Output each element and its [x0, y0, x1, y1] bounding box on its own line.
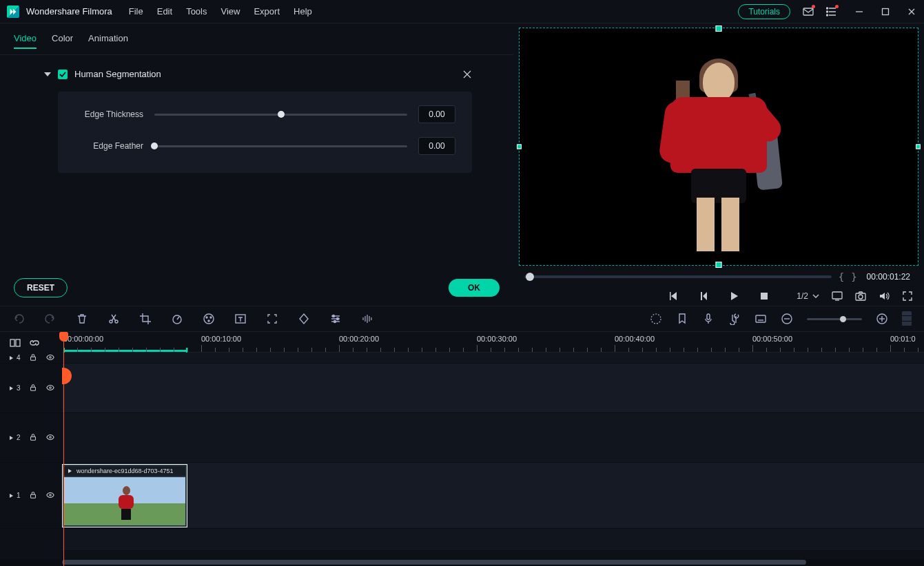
- playhead[interactable]: [63, 332, 64, 566]
- tab-video[interactable]: Video: [14, 33, 37, 49]
- mark-in-button[interactable]: {: [839, 271, 844, 282]
- zoom-in-icon[interactable]: [876, 313, 888, 325]
- mixer-icon[interactable]: [728, 313, 741, 325]
- tab-animation[interactable]: Animation: [88, 33, 128, 49]
- prev-frame-button[interactable]: [698, 291, 709, 302]
- svg-point-6: [827, 14, 828, 16]
- eye-icon[interactable]: [45, 491, 55, 501]
- crop-icon[interactable]: [139, 313, 152, 325]
- zoom-out-icon[interactable]: [781, 313, 793, 325]
- fullscreen-icon[interactable]: [902, 291, 913, 302]
- edge-thickness-slider[interactable]: [154, 114, 407, 116]
- timeline-view-icon[interactable]: [902, 311, 912, 326]
- menu-edit[interactable]: Edit: [157, 6, 172, 17]
- volume-icon[interactable]: [879, 291, 890, 302]
- window-maximize-button[interactable]: [880, 6, 891, 17]
- eye-icon[interactable]: [45, 384, 55, 393]
- track-lanes[interactable]: wondershare-ec91dd68-d703-4751: [62, 353, 924, 559]
- timeline-scrollbar[interactable]: [0, 559, 924, 566]
- zoom-slider[interactable]: [807, 318, 862, 320]
- svg-rect-48: [30, 437, 35, 440]
- stop-button[interactable]: [759, 291, 770, 302]
- property-tabs: Video Color Animation: [0, 23, 513, 55]
- svg-point-25: [333, 315, 335, 317]
- delete-icon[interactable]: [76, 313, 88, 325]
- lock-icon[interactable]: [29, 384, 37, 393]
- edge-thickness-value[interactable]: 0.00: [418, 105, 455, 123]
- menu-export[interactable]: Export: [254, 6, 280, 17]
- track-lane-4[interactable]: [62, 353, 924, 364]
- app-logo: [7, 6, 19, 18]
- play-button[interactable]: [728, 291, 739, 302]
- svg-point-17: [204, 314, 214, 324]
- resize-handle-right[interactable]: [916, 145, 921, 149]
- menu-tools[interactable]: Tools: [186, 6, 207, 17]
- list-icon[interactable]: [826, 6, 837, 17]
- color-icon[interactable]: [203, 313, 215, 325]
- edge-feather-label: Edge Feather: [74, 141, 143, 151]
- tab-color[interactable]: Color: [52, 33, 73, 49]
- track-lane-3[interactable]: [62, 364, 924, 413]
- lock-icon[interactable]: [29, 433, 37, 443]
- svg-rect-42: [10, 339, 14, 346]
- ruler-time-label: 00:00:30:00: [477, 335, 517, 343]
- render-icon[interactable]: [650, 313, 662, 325]
- step-back-button[interactable]: [668, 291, 679, 302]
- svg-point-51: [49, 494, 51, 496]
- marker-icon[interactable]: [676, 313, 688, 325]
- ruler-time-label: 00:00:00:00: [63, 335, 103, 343]
- clip-name: wondershare-ec91dd68-d703-4751: [76, 468, 174, 474]
- eye-icon[interactable]: [45, 433, 55, 443]
- human-segmentation-checkbox[interactable]: [58, 70, 68, 79]
- text-icon[interactable]: [234, 313, 247, 325]
- focus-icon[interactable]: [266, 313, 278, 325]
- reset-button[interactable]: RESET: [14, 278, 68, 297]
- resize-handle-left[interactable]: [517, 145, 522, 149]
- link-icon[interactable]: [29, 337, 39, 347]
- caption-icon[interactable]: [754, 313, 767, 325]
- edge-feather-value[interactable]: 0.00: [418, 137, 455, 155]
- lock-icon[interactable]: [29, 491, 37, 501]
- speed-icon[interactable]: [171, 313, 183, 325]
- preview-scrubber[interactable]: [524, 275, 832, 278]
- menu-help[interactable]: Help: [294, 6, 312, 17]
- display-icon[interactable]: [832, 291, 843, 302]
- mark-out-button[interactable]: }: [851, 271, 856, 282]
- svg-rect-50: [30, 494, 35, 498]
- audio-icon[interactable]: [361, 313, 373, 325]
- undo-icon[interactable]: [12, 313, 25, 325]
- voiceover-icon[interactable]: [702, 313, 715, 325]
- tutorials-button[interactable]: Tutorials: [738, 4, 790, 19]
- window-minimize-button[interactable]: [854, 6, 865, 17]
- snapshot-icon[interactable]: [855, 291, 866, 302]
- play-icon: [67, 468, 74, 474]
- section-header: Human Segmentation: [44, 69, 472, 79]
- mail-icon[interactable]: [803, 6, 814, 17]
- svg-point-15: [115, 320, 118, 323]
- ok-button[interactable]: OK: [449, 279, 500, 297]
- adjust-icon[interactable]: [329, 313, 342, 325]
- track-lane-2[interactable]: [62, 413, 924, 463]
- window-close-button[interactable]: [906, 6, 917, 17]
- eye-icon[interactable]: [45, 353, 55, 363]
- auto-ripple-icon[interactable]: [10, 337, 19, 347]
- keyframe-icon[interactable]: [298, 313, 310, 325]
- menu-file[interactable]: File: [129, 6, 143, 17]
- svg-rect-0: [803, 8, 813, 15]
- track-lane-1[interactable]: wondershare-ec91dd68-d703-4751: [62, 463, 924, 529]
- section-close-icon[interactable]: [462, 70, 472, 79]
- preview-quality-select[interactable]: 1/2: [797, 291, 819, 301]
- svg-point-33: [651, 314, 661, 324]
- edge-feather-slider[interactable]: [154, 145, 407, 147]
- redo-icon[interactable]: [44, 313, 57, 325]
- timeline-ruler[interactable]: 00:00:00:0000:00:10:0000:00:20:0000:00:3…: [62, 332, 924, 353]
- in-out-range[interactable]: [63, 350, 187, 352]
- split-icon[interactable]: [107, 313, 120, 325]
- collapse-toggle-icon[interactable]: [44, 72, 51, 76]
- video-clip[interactable]: wondershare-ec91dd68-d703-4751: [62, 464, 187, 527]
- menubar: Wondershare Filmora File Edit Tools View…: [0, 0, 924, 23]
- lock-icon[interactable]: [29, 353, 37, 363]
- menu-view[interactable]: View: [220, 6, 240, 17]
- track-lane-audio[interactable]: [62, 529, 924, 551]
- preview-viewport[interactable]: [519, 28, 918, 266]
